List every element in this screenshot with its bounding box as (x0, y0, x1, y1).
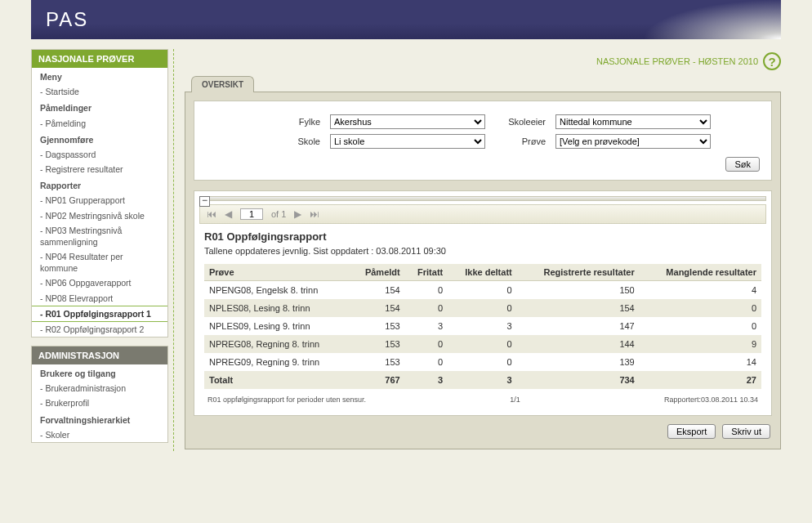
sidebar-link[interactable]: - R02 Oppfølgingsrapport 2 (40, 324, 144, 334)
sidebar-item[interactable]: - Påmelding (32, 116, 167, 131)
sidebar-link[interactable]: - Brukeradministrasjon (40, 383, 126, 393)
context-text: NASJONALE PRØVER - HØSTEN 2010 (596, 56, 758, 66)
table-total-row: Totalt7673373427 (204, 371, 761, 389)
sidebar-link[interactable]: - Registrere resultater (40, 164, 123, 174)
pager-last-icon[interactable]: ⏭ (310, 208, 319, 220)
table-cell: Totalt (204, 371, 350, 389)
table-cell: 27 (640, 371, 761, 389)
fylke-label: Fylke (255, 117, 323, 127)
prove-select[interactable]: [Velg en prøvekode] (555, 134, 711, 149)
col-manglende: Manglende resultater (640, 264, 761, 281)
table-cell: 147 (517, 317, 640, 335)
table-row: NPLES08, Lesing 8. trinn154001540 (204, 299, 761, 317)
sidebar-item[interactable]: - Brukerprofil (32, 396, 167, 410)
sidebar-item[interactable]: - NP01 Grupperapport (32, 193, 167, 208)
table-cell: 153 (350, 353, 405, 371)
filter-box: Fylke Akershus Skoleeier Nittedal kommun… (194, 101, 772, 181)
collapse-toggle[interactable]: − (199, 196, 210, 207)
table-cell: 3 (405, 371, 448, 389)
report-title: R01 Oppfølgingsrapport (204, 230, 761, 243)
tab-oversikt[interactable]: OVERSIKT (191, 76, 254, 92)
sidebar-link[interactable]: - NP06 Oppgaverapport (40, 278, 131, 288)
sidebar-link[interactable]: - Påmelding (40, 118, 86, 128)
sidebar-group: Påmeldinger (32, 99, 167, 115)
col-pameldt: Påmeldt (350, 264, 405, 281)
eksport-button[interactable]: Eksport (667, 424, 716, 439)
help-icon[interactable]: ? (763, 52, 781, 70)
col-ikke-deltatt: Ikke deltatt (448, 264, 517, 281)
tab-strip: OVERSIKT (185, 75, 781, 92)
pager-prev-icon[interactable]: ◀ (225, 208, 232, 220)
table-cell: 144 (517, 335, 640, 353)
sidebar-item[interactable]: - Brukeradministrasjon (32, 381, 167, 396)
sidebar-block-nasjonale: NASJONALE PRØVER Meny- StartsidePåmeldin… (31, 49, 168, 337)
context-bar: NASJONALE PRØVER - HØSTEN 2010 ? (185, 49, 781, 75)
sok-button[interactable]: Søk (725, 157, 760, 172)
report-table: Prøve Påmeldt Fritatt Ikke deltatt Regis… (204, 264, 761, 389)
table-row: NPREG09, Regning 9. trinn1530013914 (204, 353, 761, 371)
sidebar-link[interactable]: - NP01 Grupperapport (40, 195, 125, 205)
table-cell: 4 (640, 281, 761, 300)
sidebar-header-admin: ADMINISTRASJON (32, 346, 167, 364)
fylke-select[interactable]: Akershus (330, 114, 485, 129)
sidebar-item[interactable]: - NP04 Resultater per kommune (32, 249, 167, 275)
pager-of-label: of 1 (271, 209, 286, 219)
sidebar-item[interactable]: - NP02 Mestringsnivå skole (32, 208, 167, 223)
skoleeier-select[interactable]: Nittedal kommune (555, 114, 711, 129)
table-cell: 139 (517, 353, 640, 371)
sidebar-link[interactable]: - Dagspassord (40, 150, 96, 159)
table-cell: 0 (405, 353, 448, 371)
sidebar-link[interactable]: - NP08 Elevrapport (40, 293, 113, 303)
table-cell: 0 (405, 335, 448, 353)
sidebar-item[interactable]: - Skoler (32, 427, 167, 442)
sidebar-link: Påmeldinger (40, 103, 91, 113)
table-cell: 0 (640, 299, 761, 317)
pager-next-icon[interactable]: ▶ (294, 208, 301, 220)
sidebar-link[interactable]: - Brukerprofil (40, 398, 89, 408)
report-footer: R01 oppfølgingsrapport for perioder uten… (204, 389, 761, 405)
collapse-bar: − (199, 196, 766, 201)
table-cell: 153 (350, 335, 405, 353)
sidebar-link[interactable]: - NP04 Resultater per kommune (40, 252, 123, 273)
sidebar-item[interactable]: - R01 Oppfølgingsrapport 1 (32, 306, 167, 322)
sidebar-item[interactable]: - R02 Oppfølgingsrapport 2 (32, 322, 167, 337)
table-cell: 3 (448, 317, 517, 335)
sidebar-item[interactable]: - NP03 Mestringsnivå sammenligning (32, 223, 167, 249)
skole-select[interactable]: Li skole (330, 134, 485, 149)
col-prove: Prøve (204, 264, 350, 281)
table-cell: 3 (448, 371, 517, 389)
pager-page-input[interactable] (240, 208, 263, 220)
table-cell: NPREG08, Regning 8. trinn (204, 335, 350, 353)
sidebar-divider (173, 49, 185, 451)
sidebar-link[interactable]: - R01 Oppfølgingsrapport 1 (40, 309, 151, 319)
sidebar-item[interactable]: - Startside (32, 84, 167, 99)
sidebar-link[interactable]: - NP03 Mestringsnivå sammenligning (40, 226, 122, 247)
sidebar-item[interactable]: - Dagspassord (32, 147, 167, 162)
sidebar-link[interactable]: - NP02 Mestringsnivå skole (40, 211, 145, 221)
sidebar-link: Gjennomføre (40, 135, 93, 145)
prove-label: Prøve (492, 136, 549, 146)
sidebar-item[interactable]: - NP08 Elevrapport (32, 291, 167, 306)
sidebar-item[interactable]: - NP06 Oppgaverapport (32, 275, 167, 290)
skole-label: Skole (255, 136, 323, 146)
table-cell: 767 (350, 371, 405, 389)
table-cell: 0 (448, 335, 517, 353)
table-cell: NPENG08, Engelsk 8. trinn (204, 281, 350, 300)
sidebar-item[interactable]: - Registrere resultater (32, 162, 167, 177)
report-footer-mid: 1/1 (510, 396, 520, 404)
report-body: R01 Oppfølgingsrapport Tallene oppdatere… (199, 224, 766, 410)
table-cell: 154 (350, 281, 405, 300)
col-registrerte: Registrerte resultater (517, 264, 640, 281)
app-header: PAS (31, 0, 781, 39)
sidebar-link[interactable]: - Skoler (40, 430, 69, 440)
table-row: NPLES09, Lesing 9. trinn153331470 (204, 317, 761, 335)
table-cell: 0 (448, 353, 517, 371)
table-cell: 154 (517, 299, 640, 317)
pager: ⏮ ◀ of 1 ▶ ⏭ (199, 204, 766, 224)
table-cell: 154 (350, 299, 405, 317)
table-cell: 3 (405, 317, 448, 335)
skrivut-button[interactable]: Skriv ut (722, 424, 770, 439)
pager-first-icon[interactable]: ⏮ (207, 208, 216, 220)
col-fritatt: Fritatt (405, 264, 448, 281)
sidebar-link[interactable]: - Startside (40, 87, 79, 96)
